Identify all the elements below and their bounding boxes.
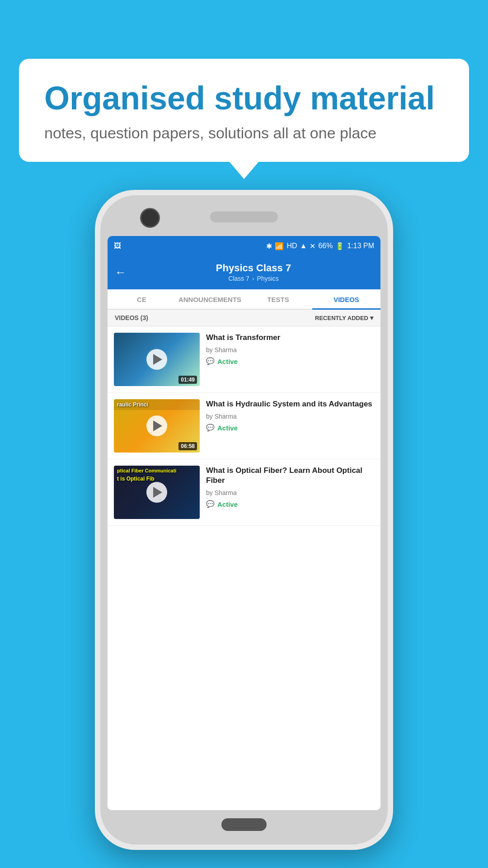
back-button[interactable]: ← [115, 265, 127, 279]
video-status-1: 💬 Active [206, 357, 374, 365]
tab-videos[interactable]: VIDEOS [312, 289, 380, 309]
breadcrumb-separator: › [252, 275, 254, 282]
tab-tests[interactable]: TESTS [244, 289, 312, 309]
phone-outer: 🖼 ✱ 📶 HD ▲ ✕ 66% 🔋 1:13 PM ← [95, 190, 393, 850]
play-button-3[interactable] [146, 482, 167, 503]
promo-bubble: Organised study material notes, question… [19, 59, 469, 162]
sort-button[interactable]: RECENTLY ADDED ▾ [315, 314, 373, 321]
play-button-2[interactable] [146, 415, 167, 436]
sort-chevron-icon: ▾ [370, 314, 373, 321]
phone-screen: 🖼 ✱ 📶 HD ▲ ✕ 66% 🔋 1:13 PM ← [108, 236, 380, 810]
status-label-1: Active [217, 358, 238, 365]
app-header: ← Physics Class 7 Class 7 › Physics [108, 256, 380, 289]
sort-label: RECENTLY ADDED [315, 315, 368, 321]
battery-level: 66% [318, 242, 333, 250]
video-title-2: What is Hydraulic System and its Advanta… [206, 399, 374, 409]
list-item[interactable]: raulic Princi 06:58 What is Hydraulic Sy… [108, 393, 380, 459]
bluetooth-icon: ✱ [266, 242, 272, 250]
chat-icon: 💬 [206, 500, 215, 508]
data-icon: ✕ [310, 242, 315, 250]
thumb-overlay-text: raulic Princi [114, 399, 200, 410]
chat-icon: 💬 [206, 357, 215, 365]
video-info-3: What is Optical Fiber? Learn About Optic… [206, 466, 374, 508]
thumb-overlay-text-1: ptical Fiber Communicati [114, 466, 200, 476]
video-info-2: What is Hydraulic System and its Advanta… [206, 399, 374, 432]
home-button[interactable] [221, 818, 267, 831]
time-display: 1:13 PM [347, 242, 374, 250]
video-author-1: by Sharma [206, 346, 374, 354]
phone-speaker [210, 212, 278, 222]
status-left: 🖼 [114, 242, 121, 250]
tab-ce[interactable]: CE [108, 289, 176, 309]
list-item[interactable]: ptical Fiber Communicati t is Optical Fi… [108, 459, 380, 526]
play-button-1[interactable] [146, 349, 167, 370]
tabs-bar: CE ANNOUNCEMENTS TESTS VIDEOS [108, 289, 380, 310]
page-title: Physics Class 7 [134, 262, 373, 274]
breadcrumb-class: Class 7 [228, 275, 249, 282]
video-status-3: 💬 Active [206, 500, 374, 508]
image-icon: 🖼 [114, 242, 121, 250]
chat-icon: 💬 [206, 424, 215, 432]
bubble-title: Organised study material [44, 80, 444, 116]
video-info-1: What is Transformer by Sharma 💬 Active [206, 333, 374, 365]
tab-announcements[interactable]: ANNOUNCEMENTS [176, 289, 244, 309]
video-duration-2: 06:58 [178, 442, 197, 450]
video-thumbnail-1[interactable]: 01:49 [114, 333, 200, 386]
speech-bubble: Organised study material notes, question… [19, 59, 469, 162]
play-icon [153, 354, 162, 365]
header-title-area: Physics Class 7 Class 7 › Physics [134, 262, 373, 282]
breadcrumb: Class 7 › Physics [134, 275, 373, 282]
video-count: VIDEOS (3) [115, 314, 148, 321]
breadcrumb-subject: Physics [257, 275, 279, 282]
video-status-2: 💬 Active [206, 424, 374, 432]
play-icon [153, 487, 162, 498]
status-bar: 🖼 ✱ 📶 HD ▲ ✕ 66% 🔋 1:13 PM [108, 236, 380, 256]
phone-inner: 🖼 ✱ 📶 HD ▲ ✕ 66% 🔋 1:13 PM ← [100, 195, 388, 844]
video-duration-1: 01:49 [178, 376, 197, 384]
video-author-3: by Sharma [206, 489, 374, 496]
phone-camera [140, 208, 160, 228]
filter-bar: VIDEOS (3) RECENTLY ADDED ▾ [108, 310, 380, 326]
bubble-subtitle: notes, question papers, solutions all at… [44, 124, 444, 142]
phone-mockup: 🖼 ✱ 📶 HD ▲ ✕ 66% 🔋 1:13 PM ← [31, 190, 457, 854]
status-label-2: Active [217, 424, 238, 432]
video-thumbnail-3[interactable]: ptical Fiber Communicati t is Optical Fi… [114, 466, 200, 519]
video-title-1: What is Transformer [206, 333, 374, 343]
list-item[interactable]: 01:49 What is Transformer by Sharma 💬 Ac… [108, 326, 380, 393]
video-author-2: by Sharma [206, 413, 374, 420]
play-icon [153, 420, 162, 431]
battery-icon: 🔋 [335, 242, 344, 250]
status-right: ✱ 📶 HD ▲ ✕ 66% 🔋 1:13 PM [266, 242, 374, 250]
video-list: 01:49 What is Transformer by Sharma 💬 Ac… [108, 326, 380, 810]
video-title-3: What is Optical Fiber? Learn About Optic… [206, 466, 374, 486]
hd-badge: HD [286, 242, 297, 250]
status-label-3: Active [217, 500, 238, 508]
video-thumbnail-2[interactable]: raulic Princi 06:58 [114, 399, 200, 453]
wifi-icon: ▲ [300, 242, 307, 250]
thumb-bg-optical: ptical Fiber Communicati t is Optical Fi… [114, 466, 200, 519]
signal-icon: 📶 [275, 242, 284, 250]
